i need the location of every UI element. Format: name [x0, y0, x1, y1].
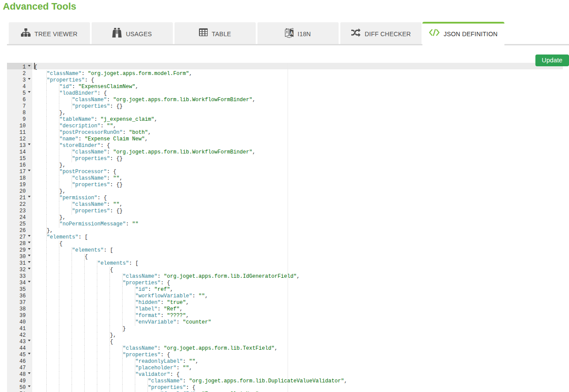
- svg-text:A: A: [290, 31, 293, 35]
